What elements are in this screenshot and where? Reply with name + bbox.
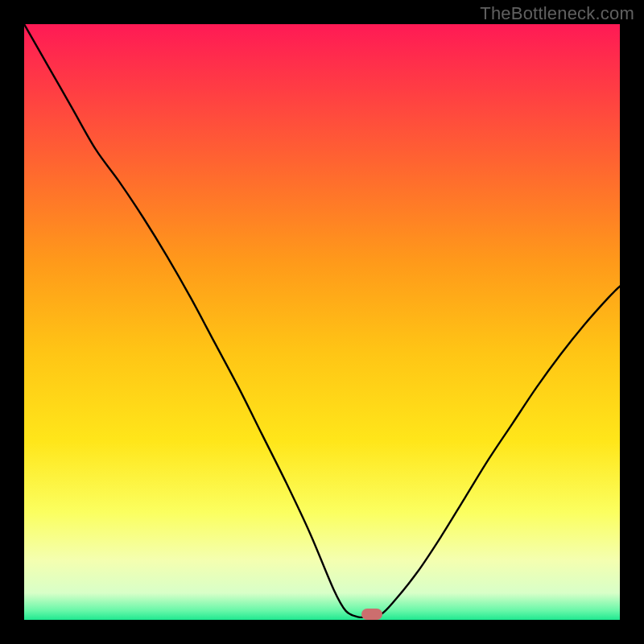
bottleneck-curve (24, 24, 620, 617)
optimal-marker (361, 609, 382, 620)
chart-frame: TheBottleneck.com (0, 0, 644, 644)
plot-area (24, 24, 620, 620)
curve-layer (24, 24, 620, 620)
watermark-text: TheBottleneck.com (480, 3, 634, 24)
